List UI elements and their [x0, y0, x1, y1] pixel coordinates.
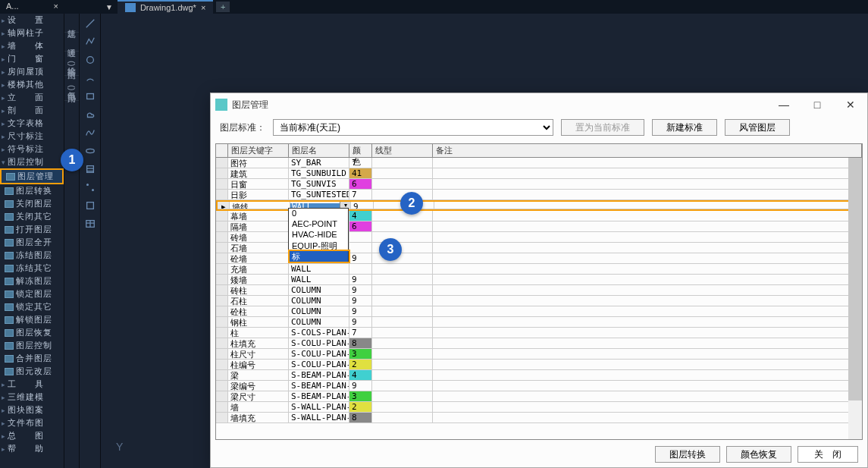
dropdown-item[interactable]: HVAC-HIDE	[289, 230, 348, 240]
layer-command[interactable]: 打开图层	[0, 223, 64, 236]
layer-command[interactable]: 关闭图层	[0, 197, 64, 210]
tool-table-icon[interactable]	[81, 215, 99, 232]
dropdown-item[interactable]: AEC-POINT	[289, 219, 348, 230]
new-standard-button[interactable]: 新建标准	[652, 119, 717, 136]
layer-command[interactable]: 合并图层	[0, 352, 64, 365]
callout-1: 1	[61, 149, 83, 171]
layer-convert-button[interactable]: 图层转换	[655, 446, 720, 463]
tool-ellipse-icon[interactable]	[81, 143, 99, 159]
table-row[interactable]: 砖柱COLUMN9	[216, 285, 862, 296]
tree-item[interactable]: 帮 助	[0, 442, 64, 455]
layer-name-dropdown[interactable]: 0AEC-POINTHVAC-HIDEEQUIP-照明标	[288, 208, 349, 262]
tab-arch[interactable]: 建筑	[64, 14, 79, 33]
table-row[interactable]: 梁S-BEAM-PLAN-4	[216, 370, 862, 381]
table-row[interactable]: 矮墙WALL9	[216, 275, 862, 285]
tool-rect-icon[interactable]	[81, 88, 99, 105]
table-row[interactable]: 图符SY_BAR7	[216, 158, 862, 168]
layer-command[interactable]: 锁定图层	[0, 287, 64, 300]
table-row[interactable]: 日窗TG_SUNVIS6	[216, 179, 862, 190]
tab-hvac[interactable]: 暖通	[64, 33, 79, 52]
tree-item[interactable]: 工 具	[0, 378, 64, 391]
layer-command[interactable]: 解锁图层	[0, 313, 64, 326]
layer-command[interactable]: 图层恢复	[0, 326, 64, 339]
row-marker-header[interactable]	[216, 144, 228, 157]
layer-manager-command[interactable]: 图层管理	[0, 168, 64, 184]
app-menu[interactable]: A... ×	[0, 0, 64, 14]
panel-close-icon[interactable]: ×	[54, 2, 58, 12]
table-row[interactable]: 建筑TG_SUNBUILD41	[216, 168, 862, 179]
tool-region-icon[interactable]	[81, 197, 99, 214]
tool-cloud-icon[interactable]	[81, 106, 99, 123]
tab-elec[interactable]: 电气(民用)	[64, 76, 79, 100]
dialog-close-button[interactable]: 关 闭	[797, 446, 858, 463]
tree-item[interactable]: 设 置	[0, 14, 64, 27]
tool-arc-icon[interactable]	[81, 70, 99, 86]
layer-command[interactable]: 冻结其它	[0, 262, 64, 275]
col-color[interactable]: 颜色	[349, 144, 372, 157]
tree-item[interactable]: 文字表格	[0, 117, 64, 130]
tree-item[interactable]: 三维建模	[0, 391, 64, 404]
dropdown-item[interactable]: EQUIP-照明	[289, 240, 348, 251]
layer-command[interactable]: 锁定其它	[0, 300, 64, 313]
tool-polyline-icon[interactable]	[81, 33, 99, 50]
table-row[interactable]: 钢柱COLUMN9	[216, 317, 862, 328]
col-note[interactable]: 备注	[433, 144, 862, 157]
tool-point-icon[interactable]	[81, 179, 99, 196]
layer-command[interactable]: 图层转换	[0, 184, 64, 197]
tool-spline-icon[interactable]	[81, 124, 99, 141]
duct-layer-button[interactable]: 风管图层	[725, 119, 790, 136]
table-row[interactable]: 墙S-WALL-PLAN-2	[216, 402, 862, 413]
tree-item[interactable]: 符号标注	[0, 143, 64, 155]
tool-line-icon[interactable]	[81, 15, 99, 32]
tree-item[interactable]: 图块图案	[0, 404, 64, 416]
set-current-standard-button[interactable]: 置为当前标准	[561, 119, 644, 136]
table-row[interactable]: 砼柱COLUMN9	[216, 306, 862, 317]
table-row[interactable]: 梁编号S-BEAM-PLAN-9	[216, 381, 862, 391]
tree-item[interactable]: 总 图	[0, 429, 64, 442]
add-tab-button[interactable]: +	[216, 2, 230, 12]
table-row[interactable]: 墙填充S-WALL-PLAN-8	[216, 413, 862, 423]
table-row[interactable]: 梁尺寸S-BEAM-PLAN-3	[216, 391, 862, 402]
tree-item[interactable]: 文件布图	[0, 416, 64, 429]
layer-command[interactable]: 冻结图层	[0, 249, 64, 262]
table-row[interactable]: 柱S-COLS-PLAN-7	[216, 328, 862, 338]
tree-item[interactable]: 立 面	[0, 91, 64, 104]
dialog-titlebar[interactable]: 图层管理 — □ ✕	[211, 93, 867, 116]
col-layer-name[interactable]: 图层名	[289, 144, 349, 157]
tree-item[interactable]: 剖 面	[0, 104, 64, 117]
maximize-button[interactable]: □	[805, 96, 829, 114]
color-restore-button[interactable]: 颜色恢复	[726, 446, 791, 463]
table-row[interactable]: 柱尺寸S-COLU-PLAN-3	[216, 349, 862, 360]
close-button[interactable]: ✕	[838, 96, 863, 114]
dropdown-item[interactable]: 标	[289, 251, 348, 262]
layer-command[interactable]: 图元改层	[0, 365, 64, 378]
layer-standard-select[interactable]: 当前标准(天正)	[273, 119, 553, 136]
table-row[interactable]: 柱填充S-COLU-PLAN-8	[216, 338, 862, 349]
col-linetype[interactable]: 线型	[372, 144, 433, 157]
layer-command[interactable]: 图层全开	[0, 236, 64, 249]
tree-item[interactable]: 轴网柱子	[0, 27, 64, 39]
table-row[interactable]: 日影TG_SUNTESTED7	[216, 190, 862, 200]
tree-item[interactable]: 楼梯其他	[0, 78, 64, 91]
tree-item[interactable]: 门 窗	[0, 52, 64, 65]
minimize-button[interactable]: —	[772, 96, 796, 114]
tree-item[interactable]: 墙 体	[0, 39, 64, 52]
layer-command[interactable]: 关闭其它	[0, 210, 64, 223]
tab-close-icon[interactable]: ×	[201, 3, 205, 12]
col-keyword[interactable]: 图层关键字	[228, 144, 289, 157]
document-tab[interactable]: Drawing1.dwg* ×	[118, 0, 213, 14]
tab-plumbing[interactable]: 给排水(室内)	[64, 52, 79, 76]
tab-list-dropdown-icon[interactable]: ▼	[105, 3, 113, 11]
dropdown-item[interactable]: 0	[289, 209, 348, 219]
layer-command[interactable]: 解冻图层	[0, 275, 64, 287]
table-row[interactable]: 柱编号S-COLU-PLAN-2	[216, 360, 862, 370]
layer-command[interactable]: 图层控制	[0, 339, 64, 352]
tool-circle-icon[interactable]	[81, 52, 99, 68]
tool-hatch-icon[interactable]	[81, 161, 99, 177]
table-row[interactable]: 石柱COLUMN9	[216, 296, 862, 306]
tree-item[interactable]: 尺寸标注	[0, 130, 64, 143]
tree-item[interactable]: 图层控制	[0, 155, 64, 168]
table-row[interactable]: 充墙WALL	[216, 264, 862, 275]
table-scrollbar[interactable]	[848, 158, 862, 439]
tree-item[interactable]: 房间屋顶	[0, 65, 64, 78]
